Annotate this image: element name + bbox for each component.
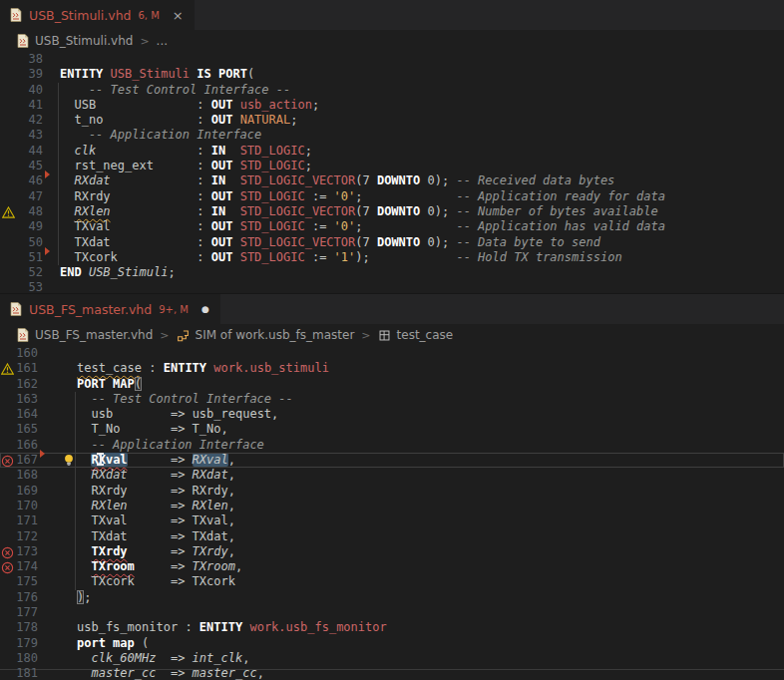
line-number: 168: [14, 468, 38, 483]
breadcrumb: USB_FS_master.vhd>SIM of work.usb_fs_mas…: [0, 324, 784, 346]
code-line[interactable]: 176);: [0, 590, 784, 605]
code-text: -- Application Interface: [60, 128, 261, 143]
code-line[interactable]: 48 RXlen : IN STD_LOGIC_VECTOR(7 DOWNTO …: [0, 204, 784, 219]
breadcrumb-item[interactable]: USB_FS_master.vhd: [16, 328, 153, 342]
code-text: -- Application Interface: [77, 438, 264, 453]
code-line[interactable]: 178usb_fs_monitor : ENTITY work.usb_fs_m…: [0, 620, 784, 635]
code-text: PORT MAP(: [77, 377, 142, 392]
breadcrumb-item[interactable]: test_case: [378, 328, 454, 342]
code-line[interactable]: 168 RXdat => RXdat,: [0, 468, 784, 483]
code-line[interactable]: 165 T_No => T_No,: [0, 422, 784, 437]
line-number: 175: [14, 574, 38, 589]
code-line[interactable]: 179port map (: [0, 636, 784, 651]
line-number: 46: [16, 173, 43, 188]
line-number: 173: [14, 544, 38, 559]
editor-group-bottom: USB_FS_master.vhd 9+, M ● USB_FS_master.…: [0, 293, 784, 680]
code-text: TXrdy => TXrdy,: [77, 544, 235, 559]
module-icon: [378, 328, 392, 342]
line-number: 161: [14, 361, 38, 376]
code-line[interactable]: 175 TXcork => TXcork: [0, 574, 784, 589]
tab-usb-fs-master[interactable]: USB_FS_master.vhd 9+, M ●: [0, 294, 220, 324]
code-text: RXdat => RXdat,: [77, 468, 235, 483]
code-line[interactable]: 174 TXroom => TXroom,: [0, 559, 784, 574]
code-line[interactable]: 41 USB : OUT usb_action;: [0, 98, 784, 113]
code-line[interactable]: 52END USB_Stimuli;: [0, 265, 784, 280]
unsaved-dot-icon[interactable]: ●: [201, 305, 209, 314]
code-line[interactable]: 164 usb => usb_request,: [0, 407, 784, 422]
error-icon: [0, 453, 14, 468]
line-number: 176: [14, 590, 38, 605]
breadcrumb-label: SIM of work.usb_fs_master: [196, 328, 355, 342]
code-line[interactable]: 39ENTITY USB_Stimuli IS PORT(: [0, 67, 784, 82]
line-number: 49: [16, 219, 43, 234]
warning-icon: [0, 204, 16, 219]
line-number: 51: [16, 250, 43, 265]
line-number: 50: [16, 235, 43, 250]
code-line[interactable]: 51 TXcork : OUT STD_LOGIC := '1'); -- Ho…: [0, 250, 784, 265]
breadcrumb-separator: >: [140, 35, 149, 48]
code-editor[interactable]: 160161test_case : ENTITY work.usb_stimul…: [0, 346, 784, 680]
line-number: 48: [16, 204, 43, 219]
code-line[interactable]: 50 TXdat : OUT STD_LOGIC_VECTOR(7 DOWNTO…: [0, 235, 784, 250]
line-number: 163: [14, 392, 38, 407]
code-text: END USB_Stimuli;: [60, 265, 176, 280]
code-line[interactable]: 160: [0, 346, 784, 361]
code-line[interactable]: 44 clk : IN STD_LOGIC;: [0, 144, 784, 159]
code-text: usb_fs_monitor : ENTITY work.usb_fs_moni…: [77, 620, 387, 635]
close-icon[interactable]: ×: [173, 9, 184, 22]
code-text: clk : IN STD_LOGIC;: [60, 144, 312, 159]
red-marker-icon: [40, 450, 45, 458]
line-number: 40: [16, 83, 43, 98]
code-text: RXlen : IN STD_LOGIC_VECTOR(7 DOWNTO 0);…: [60, 204, 658, 219]
warning-icon: [0, 361, 14, 376]
code-line[interactable]: 173 TXrdy => TXrdy,: [0, 544, 784, 559]
lightbulb-icon[interactable]: [63, 454, 76, 467]
code-text: RXval => RXval,: [77, 453, 235, 468]
breadcrumb: USB_Stimuli.vhd>...: [0, 30, 784, 52]
code-line[interactable]: 166 -- Application Interface: [0, 438, 784, 453]
line-number: 47: [16, 189, 43, 204]
code-line[interactable]: 169 RXrdy => RXrdy,: [0, 484, 784, 499]
code-line[interactable]: 47 RXrdy : OUT STD_LOGIC := '0'; -- Appl…: [0, 189, 784, 204]
code-line[interactable]: 172 TXdat => TXdat,: [0, 529, 784, 544]
line-number: 179: [14, 636, 38, 651]
code-line[interactable]: 177: [0, 605, 784, 620]
tab-usb-stimuli[interactable]: USB_Stimuli.vhd 6, M ×: [0, 0, 195, 30]
breadcrumb-item[interactable]: SIM of work.usb_fs_master: [177, 328, 355, 342]
line-number: 41: [16, 98, 43, 113]
code-line[interactable]: 171 TXval => TXval,: [0, 513, 784, 528]
breadcrumb-label: test_case: [397, 328, 454, 342]
code-line[interactable]: 163 -- Test Control Interface --: [0, 392, 784, 407]
code-text: TXval : OUT STD_LOGIC := '0'; -- Applica…: [60, 219, 665, 234]
code-line[interactable]: 162PORT MAP(: [0, 377, 784, 392]
code-text: T_No => T_No,: [77, 422, 228, 437]
code-editor[interactable]: 3839ENTITY USB_Stimuli IS PORT(40 -- Tes…: [0, 52, 784, 293]
code-line[interactable]: 49 TXval : OUT STD_LOGIC := '0'; -- Appl…: [0, 219, 784, 234]
code-line[interactable]: 43 -- Application Interface: [0, 128, 784, 143]
code-line[interactable]: 161test_case : ENTITY work.usb_stimuli: [0, 361, 784, 376]
breadcrumb-label: USB_FS_master.vhd: [35, 328, 153, 342]
line-number: 167: [14, 453, 38, 468]
code-text: usb => usb_request,: [77, 407, 278, 422]
code-line[interactable]: 167 RXval => RXval,: [0, 453, 784, 468]
code-line[interactable]: 170 RXlen => RXlen,: [0, 499, 784, 513]
code-line[interactable]: 46 RXdat : IN STD_LOGIC_VECTOR(7 DOWNTO …: [0, 173, 784, 188]
class-icon: [177, 328, 191, 342]
code-line[interactable]: 38: [0, 52, 784, 67]
code-line[interactable]: 180 clk_60MHz => int_clk,: [0, 651, 784, 666]
code-text: test_case : ENTITY work.usb_stimuli: [77, 361, 329, 376]
line-number: 170: [14, 499, 38, 513]
code-text: port map (: [77, 636, 149, 651]
breadcrumb-item[interactable]: USB_Stimuli.vhd: [16, 34, 133, 48]
code-text: TXcork => TXcork: [77, 574, 235, 589]
breadcrumb-separator: >: [361, 329, 370, 342]
breadcrumb-item[interactable]: ...: [157, 34, 168, 48]
code-text: TXdat : OUT STD_LOGIC_VECTOR(7 DOWNTO 0)…: [60, 235, 600, 250]
code-text: TXdat => TXdat,: [77, 529, 235, 544]
code-line[interactable]: 53: [0, 280, 784, 293]
code-line[interactable]: 45 rst_neg_ext : OUT STD_LOGIC;: [0, 159, 784, 173]
code-line[interactable]: 42 t_no : OUT NATURAL;: [0, 113, 784, 128]
code-line[interactable]: 40 -- Test Control Interface --: [0, 83, 784, 98]
line-number: 45: [16, 159, 43, 173]
code-line[interactable]: 181 master_cc => master_cc,: [0, 666, 784, 680]
